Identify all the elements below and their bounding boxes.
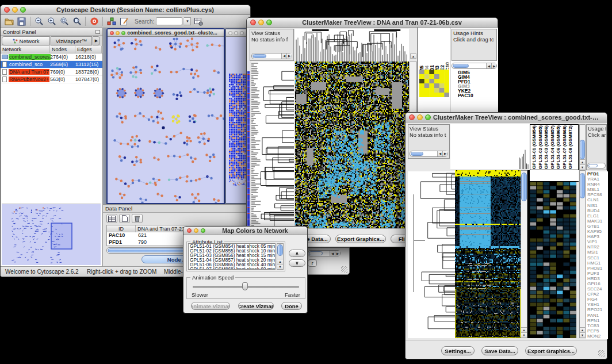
scroll-left-icon[interactable]: ◀ <box>281 53 286 59</box>
scroll-down-icon[interactable]: ▼ <box>277 264 283 269</box>
annotation-icon[interactable] <box>118 16 129 26</box>
scroll-right-icon[interactable]: ▶ <box>442 151 447 156</box>
tab-overflow-icon[interactable]: ▶ <box>93 36 100 45</box>
scroll-right-icon[interactable]: ▶ <box>491 63 496 68</box>
move-up-button[interactable]: ∧ <box>289 250 305 257</box>
attribute-list-item[interactable]: GPL51-01 (GSM854) heat shock 05 min <box>189 244 275 248</box>
dialog-titlebar[interactable]: Map Colors to Network <box>183 227 307 235</box>
treeview2-window[interactable]: ClusterMaker TreeView : combined_scores_… <box>405 112 607 359</box>
scroll-down-icon[interactable]: ▼ <box>580 332 585 338</box>
tab-network[interactable]: Network <box>2 36 50 45</box>
tv1-column-dendrogram[interactable] <box>295 29 409 62</box>
move-down-button[interactable]: ∨ <box>289 259 305 267</box>
tv1-usage-hscrollbar[interactable]: ◀▶ <box>452 63 497 69</box>
tv2-column-dendrogram[interactable] <box>450 124 530 169</box>
tv1-heatmap[interactable] <box>295 62 409 229</box>
float-panel-icon[interactable] <box>95 30 100 34</box>
scroll-up-icon[interactable]: ▲ <box>580 159 585 164</box>
close-icon[interactable] <box>110 31 114 35</box>
zoom-fit-icon[interactable] <box>71 16 82 26</box>
network-canvas[interactable] <box>108 37 224 203</box>
scroll-left-icon[interactable]: ◀ <box>330 251 335 256</box>
tv1-row-dendrogram[interactable] <box>251 62 294 229</box>
scrollbar-thumb[interactable] <box>411 152 423 156</box>
network-row[interactable]: combined_scores 2764(0) 16218(0) <box>1 53 102 61</box>
tv2-usage-hscrollbar[interactable] <box>587 163 606 168</box>
search-dropdown-icon[interactable]: ▼ <box>184 17 191 25</box>
scroll-left-icon[interactable]: ◀ <box>486 63 491 68</box>
network-row[interactable]: DNA and Tran 07 769(0) 183728(0) <box>1 68 102 76</box>
attribute-list-item[interactable]: GPL51-03 (GSM856) heat shock 15 min <box>189 253 275 258</box>
scrollbar-thumb[interactable] <box>453 64 469 68</box>
scrollbar-thumb[interactable] <box>309 251 323 255</box>
scrollbar-thumb[interactable] <box>253 54 266 58</box>
minimize-icon[interactable] <box>12 7 18 13</box>
tv2-heat-vscrollbar[interactable]: ▲ ▼ <box>521 170 527 338</box>
scrollbar-thumb[interactable] <box>588 164 598 167</box>
attribute-list-vscrollbar[interactable]: ▲ ▼ <box>277 243 284 270</box>
minimize-icon[interactable] <box>116 31 120 35</box>
attribute-list[interactable]: GPL51-01 (GSM854) heat shock 05 minGPL51… <box>188 243 276 270</box>
scroll-up-icon[interactable]: ▲ <box>277 259 283 264</box>
close-icon[interactable] <box>4 7 10 13</box>
attribute-list-item[interactable]: GPL51-04 (GSM857) heat shock 20 min <box>189 258 275 262</box>
tv2-save-data-button[interactable]: Save Data... <box>481 346 518 355</box>
resize-grip[interactable] <box>598 350 605 357</box>
help-icon[interactable] <box>89 16 100 26</box>
close-icon[interactable] <box>187 228 192 233</box>
attribute-list-item[interactable]: GPL51-07 (GSM868) heat shock 60 min <box>189 267 275 270</box>
animate-vizmap-button[interactable]: Animate Vizmap <box>191 302 230 310</box>
done-button[interactable]: Done <box>281 302 302 310</box>
zoom-window-icon[interactable] <box>240 31 244 35</box>
attribute-list-item[interactable]: GPL51-02 (GSM855) heat shock 10 min <box>189 248 275 253</box>
attribute-browser-icon[interactable] <box>193 16 204 26</box>
scrollbar-thumb[interactable] <box>580 173 585 198</box>
tv2-row-dendrogram[interactable] <box>408 171 455 338</box>
tv1-titlebar[interactable]: ClusterMaker TreeView : DNA and Tran 07-… <box>247 18 498 28</box>
fragment-hscrollbar[interactable]: ◀▶ <box>308 250 341 256</box>
scroll-up-icon[interactable]: ▲ <box>521 327 527 332</box>
scrollbar-thumb[interactable] <box>277 244 283 256</box>
scroll-right-icon[interactable]: ▶ <box>286 53 292 59</box>
network-view-window[interactable]: combined_scores_good.txt--cluste... <box>106 28 225 204</box>
minimize-icon[interactable] <box>258 20 264 25</box>
minimize-icon[interactable] <box>234 31 238 35</box>
minimize-icon[interactable] <box>194 228 198 233</box>
tv2-top-vscrollbar[interactable]: ▲ ▼ <box>579 124 586 170</box>
tv2-export-graphics-button[interactable]: Export Graphics... <box>525 346 577 355</box>
create-vizmap-button[interactable]: Create Vizmap <box>238 302 274 310</box>
scroll-up-icon[interactable]: ▲ <box>410 53 416 59</box>
scroll-up-icon[interactable]: ▲ <box>580 327 585 332</box>
network-row-selected[interactable]: combined_sco 2569(6) 13112(15) <box>1 61 102 68</box>
tv2-zoom-vscrollbar[interactable]: ▲ ▼ <box>579 170 586 338</box>
zoom-out-icon[interactable] <box>33 16 44 26</box>
tab-vizmapper[interactable]: VizMapper™ <box>51 36 92 45</box>
scroll-right-icon[interactable]: ▶ <box>335 251 340 256</box>
tv2-settings-button[interactable]: Settings... <box>441 346 475 355</box>
tv1-status-hscrollbar[interactable]: ◀▶ <box>251 53 292 59</box>
resize-grip[interactable] <box>341 266 347 273</box>
vizmapper-icon[interactable] <box>106 16 117 26</box>
attribute-list-item[interactable]: GPL51-06 (GSM865) heat shock 40 min <box>189 262 275 267</box>
zoom-window-icon[interactable] <box>121 31 125 35</box>
network-view-titlebar[interactable]: combined_scores_good.txt--cluste... <box>108 29 224 37</box>
new-attribute-icon[interactable] <box>119 214 130 223</box>
tv1-export-graphics-button[interactable]: Export Graphics... <box>335 235 386 243</box>
animation-speed-slider-thumb[interactable] <box>242 282 248 290</box>
tv2-zoom-view[interactable] <box>530 182 576 338</box>
scroll-down-icon[interactable]: ▼ <box>521 332 527 338</box>
close-icon[interactable] <box>409 114 415 120</box>
zoom-window-icon[interactable] <box>266 20 272 25</box>
scroll-left-icon[interactable]: ◀ <box>437 151 442 156</box>
delete-attribute-icon[interactable] <box>132 214 143 223</box>
scrollbar-thumb[interactable] <box>580 140 585 159</box>
window-controls[interactable] <box>4 7 26 13</box>
map-colors-dialog[interactable]: Map Colors to Network Attribute List GPL… <box>183 226 308 313</box>
tv2-heatmap[interactable] <box>455 170 521 338</box>
zoom-selected-icon[interactable] <box>59 16 70 26</box>
close-icon[interactable] <box>250 20 256 25</box>
zoom-window-icon[interactable] <box>20 7 26 13</box>
save-session-icon[interactable] <box>16 16 27 26</box>
network-row[interactable]: RNAPuberNov2+ 563(0) 107847(0) <box>1 76 102 83</box>
minimize-icon[interactable] <box>417 114 423 120</box>
